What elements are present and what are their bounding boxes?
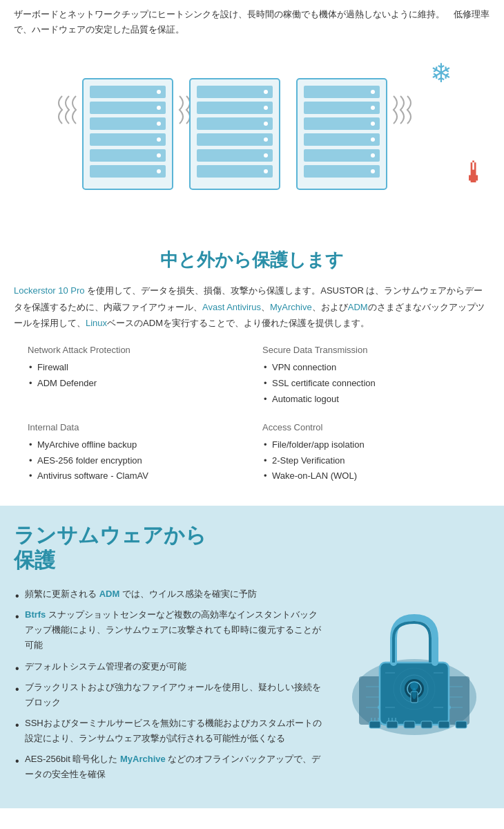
snowflake-icon: ❄ bbox=[430, 58, 452, 88]
protection-description: Lockerstor 10 Pro を使用して、データを損失、損傷、攻撃から保護… bbox=[14, 283, 490, 331]
svg-rect-71 bbox=[456, 721, 467, 728]
linux-link: Linux bbox=[86, 318, 107, 328]
svg-rect-18 bbox=[197, 149, 273, 162]
top-description: ザーボードとネットワークチップにヒートシンクを設け、長時間の稼働でも機体が過熱し… bbox=[14, 7, 490, 37]
ransomware-title: ランサムウェアから保護 bbox=[14, 523, 207, 573]
svg-point-22 bbox=[264, 122, 268, 126]
feature-grid: Network Attack Protection Firewall ADM D… bbox=[14, 345, 490, 485]
svg-rect-66 bbox=[369, 721, 380, 728]
svg-point-7 bbox=[157, 90, 161, 94]
category-access: Access Control bbox=[262, 422, 476, 432]
svg-rect-28 bbox=[304, 102, 380, 114]
ransomware-section: ランサムウェアから保護 頻繁に更新される ADM では、ウイルス感染を確実に予防… bbox=[0, 506, 504, 808]
svg-rect-5 bbox=[90, 149, 166, 162]
network-item-2: ADM Defender bbox=[28, 377, 242, 391]
heat-waves-right-3 bbox=[387, 89, 414, 131]
ransomware-list-area: 頻繁に更新される ADM では、ウイルス感染を確実に予防 Btrfs スナップシ… bbox=[14, 587, 324, 788]
svg-rect-16 bbox=[197, 117, 273, 130]
svg-rect-67 bbox=[387, 721, 398, 728]
svg-point-59 bbox=[412, 688, 417, 699]
svg-point-12 bbox=[157, 169, 161, 173]
secure-item-1: VPN connection bbox=[262, 361, 476, 375]
access-item-2: 2-Step Verification bbox=[262, 454, 476, 468]
ransomware-content: 頻繁に更新される ADM では、ウイルス感染を確実に予防 Btrfs スナップシ… bbox=[14, 587, 490, 788]
svg-rect-4 bbox=[90, 133, 166, 146]
svg-rect-29 bbox=[304, 117, 380, 130]
svg-rect-17 bbox=[197, 133, 273, 146]
nas-svg-2 bbox=[186, 75, 283, 193]
category-network: Network Attack Protection bbox=[28, 345, 242, 355]
internal-item-1: MyArchive offline backup bbox=[28, 438, 242, 452]
svg-point-9 bbox=[157, 122, 161, 126]
network-list: Firewall ADM Defender bbox=[28, 361, 242, 391]
svg-point-36 bbox=[371, 137, 375, 142]
svg-rect-2 bbox=[90, 102, 166, 114]
adm-link: ADM bbox=[348, 302, 368, 312]
svg-point-33 bbox=[371, 90, 375, 94]
nas-unit-3 bbox=[293, 75, 390, 193]
svg-rect-6 bbox=[90, 165, 166, 178]
feature-col-access: Access Control File/folder/app isolation… bbox=[262, 422, 476, 485]
feature-col-secure: Secure Data Transmission VPN connection … bbox=[262, 345, 476, 408]
btrfs-highlight: Btrfs bbox=[25, 609, 46, 620]
access-item-3: Wake-on-LAN (WOL) bbox=[262, 469, 476, 484]
nas-unit-2 bbox=[186, 75, 283, 193]
lock-svg bbox=[345, 587, 483, 739]
svg-rect-14 bbox=[197, 86, 273, 98]
nas-svg-3 bbox=[293, 75, 390, 193]
svg-rect-69 bbox=[421, 721, 432, 728]
svg-point-25 bbox=[264, 169, 268, 173]
svg-point-10 bbox=[157, 137, 161, 142]
secure-item-2: SSL certificate connection bbox=[262, 377, 476, 391]
network-item-1: Firewall bbox=[28, 361, 242, 375]
ransomware-item-4: ブラックリストおよび強力なファイアウォールを使用し、疑わしい接続をブロック bbox=[14, 680, 324, 710]
svg-rect-70 bbox=[438, 721, 449, 728]
svg-point-23 bbox=[264, 137, 268, 142]
svg-point-8 bbox=[157, 106, 161, 110]
feature-col-internal: Internal Data MyArchive offline backup A… bbox=[28, 422, 242, 485]
protection-section: 中と外から保護します Lockerstor 10 Pro を使用して、データを損… bbox=[0, 234, 504, 506]
svg-point-38 bbox=[371, 169, 375, 173]
svg-rect-3 bbox=[90, 117, 166, 130]
svg-rect-19 bbox=[197, 165, 273, 178]
access-list: File/folder/app isolation 2-Step Verific… bbox=[262, 438, 476, 484]
avast-link: Avast Antivirus bbox=[202, 302, 261, 312]
svg-point-21 bbox=[264, 106, 268, 110]
svg-point-37 bbox=[371, 153, 375, 158]
svg-rect-68 bbox=[404, 721, 415, 728]
myarchive-highlight: MyArchive bbox=[120, 754, 166, 764]
svg-rect-27 bbox=[304, 86, 380, 98]
svg-rect-32 bbox=[304, 165, 380, 178]
svg-rect-1 bbox=[90, 86, 166, 98]
svg-rect-15 bbox=[197, 102, 273, 114]
feature-col-network: Network Attack Protection Firewall ADM D… bbox=[28, 345, 242, 408]
svg-point-20 bbox=[264, 90, 268, 94]
svg-rect-31 bbox=[304, 149, 380, 162]
top-section: ザーボードとネットワークチップにヒートシンクを設け、長時間の稼働でも機体が過熱し… bbox=[0, 0, 504, 234]
nas-svg-1 bbox=[79, 75, 176, 193]
lockerstor-link: Lockerstor 10 Pro bbox=[14, 285, 85, 296]
myarchive-link: MyArchive bbox=[270, 302, 312, 312]
ransomware-item-1: 頻繁に更新される ADM では、ウイルス感染を確実に予防 bbox=[14, 587, 324, 602]
nas-unit-1 bbox=[79, 75, 176, 193]
heat-waves-left bbox=[55, 89, 83, 131]
ransomware-list: 頻繁に更新される ADM では、ウイルス感染を確実に予防 Btrfs スナップシ… bbox=[14, 587, 324, 782]
internal-item-2: AES-256 folder encryption bbox=[28, 454, 242, 468]
nas-units-container: ❄ 🌡 bbox=[14, 55, 490, 193]
svg-point-11 bbox=[157, 153, 161, 158]
svg-point-34 bbox=[371, 106, 375, 110]
svg-rect-30 bbox=[304, 133, 380, 146]
lock-image-area bbox=[338, 587, 490, 739]
category-internal: Internal Data bbox=[28, 422, 242, 432]
svg-point-35 bbox=[371, 122, 375, 126]
nas-image-area: ❄ 🌡 bbox=[14, 48, 490, 200]
ransomware-item-3: デフォルトシステム管理者の変更が可能 bbox=[14, 659, 324, 674]
category-secure: Secure Data Transmission bbox=[262, 345, 476, 355]
thermometer-icon: 🌡 bbox=[460, 156, 489, 189]
internal-list: MyArchive offline backup AES-256 folder … bbox=[28, 438, 242, 484]
ransomware-item-2: Btrfs スナップショットセンターなど複数の高効率なインスタントバックアップ機… bbox=[14, 607, 324, 653]
secure-item-3: Automatic logout bbox=[262, 392, 476, 407]
ransomware-item-6: AES-256bit 暗号化した MyArchive などのオフラインバックアッ… bbox=[14, 752, 324, 782]
adm-highlight: ADM bbox=[99, 589, 120, 599]
internal-item-3: Antivirus software - ClamAV bbox=[28, 469, 242, 484]
